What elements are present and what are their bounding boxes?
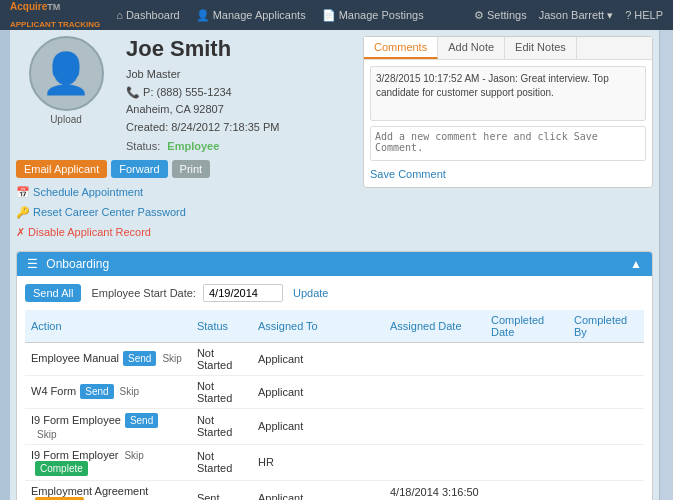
employee-start-date-input[interactable] bbox=[203, 284, 283, 302]
onboarding-section: ☰ Onboarding ▲ Send All Employee Start D… bbox=[16, 251, 653, 500]
profile-comments-row: 👤 Upload Joe Smith Job Master 📞 P: (888)… bbox=[16, 36, 653, 243]
cell-assigned-to: Applicant bbox=[252, 375, 384, 408]
gear-icon: ⚙ bbox=[474, 9, 484, 22]
cell-completed-date bbox=[485, 444, 568, 480]
comments-tabs: Comments Add Note Edit Notes bbox=[364, 37, 652, 60]
cell-action: Employee ManualSendSkip bbox=[25, 342, 191, 375]
cell-assigned-to: HR bbox=[252, 444, 384, 480]
cell-action: I9 Form EmployerSkipComplete bbox=[25, 444, 191, 480]
skip-button[interactable]: Skip bbox=[160, 353, 183, 364]
nav-settings[interactable]: ⚙ Settings bbox=[474, 9, 527, 22]
logo-tm: TM bbox=[47, 2, 60, 12]
tab-add-note[interactable]: Add Note bbox=[438, 37, 505, 59]
profile-info: Joe Smith Job Master 📞 P: (888) 555-1234… bbox=[126, 36, 356, 152]
nav-help[interactable]: ? HELP bbox=[625, 9, 663, 21]
action-buttons-row: Email Applicant Forward Print bbox=[16, 160, 356, 178]
save-comment-button[interactable]: Save Comment bbox=[370, 168, 446, 180]
action-links: 📅 Schedule Appointment 🔑 Reset Career Ce… bbox=[16, 183, 356, 242]
col-completed-date: Completed Date bbox=[485, 310, 568, 343]
tab-comments[interactable]: Comments bbox=[364, 37, 438, 59]
cell-assigned-date bbox=[384, 444, 485, 480]
cell-completed-date bbox=[485, 342, 568, 375]
update-button[interactable]: Update bbox=[293, 287, 328, 299]
home-icon: ⌂ bbox=[116, 9, 123, 21]
cell-status: Sent bbox=[191, 480, 252, 500]
new-comment-input[interactable] bbox=[370, 126, 646, 161]
content-area: ⚑ Yes, Joe 👤 Upload Joe Smith Job M bbox=[10, 30, 659, 500]
send-all-button[interactable]: Send All bbox=[25, 284, 81, 302]
tab-edit-notes[interactable]: Edit Notes bbox=[505, 37, 577, 59]
cell-completed-by bbox=[568, 408, 644, 444]
collapse-icon[interactable]: ▲ bbox=[630, 257, 642, 271]
list-icon: ☰ bbox=[27, 257, 38, 271]
col-status: Status bbox=[191, 310, 252, 343]
table-row: W4 FormSendSkipNot StartedApplicant bbox=[25, 375, 644, 408]
profile-created: Created: 8/24/2012 7:18:35 PM bbox=[126, 119, 356, 137]
logo-text: Acquire bbox=[10, 1, 47, 12]
onboarding-toolbar: Send All Employee Start Date: Update bbox=[25, 284, 644, 302]
upload-label[interactable]: Upload bbox=[50, 114, 82, 125]
profile-status: Status: Employee bbox=[126, 140, 356, 152]
cell-completed-by bbox=[568, 444, 644, 480]
cell-status: Not Started bbox=[191, 408, 252, 444]
cell-assigned-date bbox=[384, 375, 485, 408]
table-row: I9 Form EmployerSkipCompleteNot StartedH… bbox=[25, 444, 644, 480]
app-logo: AcquireTM APPLICANT TRACKING bbox=[10, 1, 100, 28]
cell-completed-date bbox=[485, 375, 568, 408]
cell-completed-date bbox=[485, 480, 568, 500]
onboarding-table: Action Status Assigned To Assigned Date … bbox=[25, 310, 644, 500]
cell-assigned-to: Applicant bbox=[252, 480, 384, 500]
nav-dashboard[interactable]: ⌂ Dashboard bbox=[116, 9, 179, 21]
comments-panel-col: Comments Add Note Edit Notes 3/28/2015 1… bbox=[366, 36, 653, 243]
send-button[interactable]: Send bbox=[123, 351, 156, 366]
col-assigned-to: Assigned To bbox=[252, 310, 384, 343]
user-icon: 👤 bbox=[196, 9, 210, 22]
schedule-appointment-link[interactable]: 📅 Schedule Appointment bbox=[16, 183, 356, 203]
cell-completed-date bbox=[485, 408, 568, 444]
forward-button[interactable]: Forward bbox=[111, 160, 167, 178]
close-icon: ✗ bbox=[16, 226, 25, 238]
cell-action: Employment AgreementRe-SendSkip bbox=[25, 480, 191, 500]
profile-address: Anaheim, CA 92807 bbox=[126, 101, 356, 119]
nav-right-area: ⚙ Settings Jason Barrett ▾ ? HELP bbox=[474, 9, 663, 22]
cell-action: W4 FormSendSkip bbox=[25, 375, 191, 408]
col-completed-by: Completed By bbox=[568, 310, 644, 343]
complete-button[interactable]: Complete bbox=[35, 461, 88, 476]
cell-assigned-date bbox=[384, 408, 485, 444]
help-icon: ? bbox=[625, 9, 631, 21]
col-action: Action bbox=[25, 310, 191, 343]
nav-manage-applicants[interactable]: 👤 Manage Applicants bbox=[196, 9, 306, 22]
skip-button[interactable]: Skip bbox=[118, 386, 141, 397]
print-button[interactable]: Print bbox=[172, 160, 211, 178]
avatar: 👤 bbox=[29, 36, 104, 111]
nav-user-menu[interactable]: Jason Barrett ▾ bbox=[539, 9, 613, 22]
file-icon: 📄 bbox=[322, 9, 336, 22]
cell-assigned-to: Applicant bbox=[252, 408, 384, 444]
cell-action: I9 Form EmployeeSendSkip bbox=[25, 408, 191, 444]
avatar-icon: 👤 bbox=[41, 50, 91, 97]
skip-button[interactable]: Skip bbox=[35, 429, 58, 440]
table-header-row: Action Status Assigned To Assigned Date … bbox=[25, 310, 644, 343]
email-applicant-button[interactable]: Email Applicant bbox=[16, 160, 107, 178]
send-button[interactable]: Send bbox=[80, 384, 113, 399]
reset-password-link[interactable]: 🔑 Reset Career Center Password bbox=[16, 203, 356, 223]
table-row: Employment AgreementRe-SendSkipSentAppli… bbox=[25, 480, 644, 500]
cell-completed-by bbox=[568, 342, 644, 375]
cell-assigned-date bbox=[384, 342, 485, 375]
profile-avatar-area: 👤 Upload bbox=[16, 36, 116, 152]
right-scrollbar bbox=[659, 30, 673, 500]
nav-manage-postings[interactable]: 📄 Manage Postings bbox=[322, 9, 424, 22]
disable-record-link[interactable]: ✗ Disable Applicant Record bbox=[16, 223, 356, 243]
left-panel bbox=[0, 30, 10, 500]
onboarding-title: ☰ Onboarding bbox=[27, 257, 109, 271]
phone-icon: 📞 bbox=[126, 86, 140, 98]
col-assigned-date: Assigned Date bbox=[384, 310, 485, 343]
table-row: I9 Form EmployeeSendSkipNot StartedAppli… bbox=[25, 408, 644, 444]
main-wrapper: ⚑ Yes, Joe 👤 Upload Joe Smith Job M bbox=[0, 30, 673, 500]
profile-left-col: 👤 Upload Joe Smith Job Master 📞 P: (888)… bbox=[16, 36, 356, 243]
comments-panel: Comments Add Note Edit Notes 3/28/2015 1… bbox=[363, 36, 653, 188]
onboarding-header: ☰ Onboarding ▲ bbox=[17, 252, 652, 276]
send-button[interactable]: Send bbox=[125, 413, 158, 428]
profile-section: 👤 Upload Joe Smith Job Master 📞 P: (888)… bbox=[16, 36, 356, 152]
skip-button[interactable]: Skip bbox=[122, 450, 145, 461]
